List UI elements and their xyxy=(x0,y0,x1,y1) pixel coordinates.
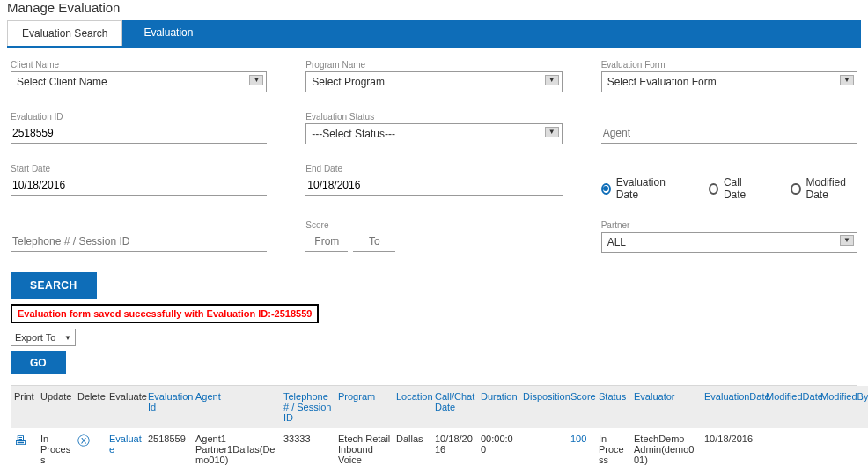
cell-modified-date xyxy=(763,428,818,466)
radio-call-date[interactable]: Call Date xyxy=(709,176,758,201)
table-header-row: Print Update Delete Evaluate Evaluation … xyxy=(11,386,868,428)
input-score-from[interactable] xyxy=(305,232,348,252)
th-evaluate[interactable]: Evaluate xyxy=(107,386,145,428)
label-start-date: Start Date xyxy=(11,164,267,174)
th-call-date[interactable]: Call/Chat Date xyxy=(432,386,478,428)
th-modified-date[interactable]: ModifiedDate xyxy=(763,386,818,428)
cell-score[interactable]: 100 xyxy=(568,428,596,466)
label-partner: Partner xyxy=(601,220,857,230)
radio-modified-date[interactable]: Modified Date xyxy=(791,176,857,201)
th-print[interactable]: Print xyxy=(11,386,38,428)
radio-icon xyxy=(601,183,611,195)
th-score[interactable]: Score xyxy=(568,386,596,428)
radio-label: Call Date xyxy=(724,176,758,201)
th-evaluation-date[interactable]: EvaluationDate xyxy=(702,386,763,428)
caret-down-icon: ▼ xyxy=(545,127,559,137)
input-end-date[interactable] xyxy=(305,175,562,196)
select-client-name[interactable]: Select Client Name ▼ xyxy=(11,71,267,92)
cell-telephone: 33333 xyxy=(281,428,335,466)
label-agent xyxy=(601,112,857,122)
cell-evaluation-id: 2518559 xyxy=(145,428,193,466)
print-icon[interactable]: 🖶 xyxy=(14,433,26,448)
th-telephone[interactable]: Telephone # / Session ID xyxy=(281,386,335,428)
cell-disposition xyxy=(520,428,568,466)
select-partner[interactable]: ALL ▼ xyxy=(601,232,857,253)
radio-label: Modified Date xyxy=(806,176,857,201)
th-evaluator[interactable]: Evaluator xyxy=(631,386,702,428)
cell-agent: Agent1 Partner1Dallas(Demo010) xyxy=(193,428,281,466)
select-partner-value: ALL xyxy=(602,233,857,252)
select-program-name-value: Select Program xyxy=(306,72,561,92)
label-evaluation-id: Evaluation ID xyxy=(11,112,267,122)
th-agent[interactable]: Agent xyxy=(193,386,281,428)
th-disposition[interactable]: Disposition xyxy=(520,386,568,428)
tab-bar-filler xyxy=(214,20,861,46)
select-program-name[interactable]: Select Program ▼ xyxy=(305,71,562,92)
th-evaluation-id[interactable]: Evaluation Id xyxy=(145,386,193,428)
input-agent[interactable] xyxy=(601,123,857,144)
select-evaluation-status[interactable]: ---Select Status--- ▼ xyxy=(305,123,562,144)
go-button[interactable]: GO xyxy=(11,351,66,374)
radio-evaluation-date[interactable]: Evaluation Date xyxy=(601,176,675,201)
label-empty xyxy=(11,220,267,230)
th-duration[interactable]: Duration xyxy=(478,386,520,428)
cell-call-date: 10/18/2016 xyxy=(432,428,478,466)
input-score-to[interactable] xyxy=(353,232,395,252)
tab-evaluation[interactable]: Evaluation xyxy=(122,20,214,46)
results-table: Print Update Delete Evaluate Evaluation … xyxy=(11,385,857,466)
table-row: 🖶 In Process ⓧ Evaluate 2518559 Agent1 P… xyxy=(11,428,868,466)
cell-evaluation-date: 10/18/2016 xyxy=(702,428,763,466)
select-evaluation-form[interactable]: Select Evaluation Form ▼ xyxy=(601,71,857,92)
select-export-to[interactable]: Export To ▼ xyxy=(11,329,76,346)
select-evaluation-form-value: Select Evaluation Form xyxy=(602,72,857,92)
delete-icon[interactable]: ⓧ xyxy=(77,433,90,448)
th-program[interactable]: Program xyxy=(335,386,394,428)
th-modified-by[interactable]: ModifiedBy xyxy=(818,386,867,428)
label-score: Score xyxy=(305,220,562,230)
caret-down-icon: ▼ xyxy=(64,334,71,342)
label-evaluation-status: Evaluation Status xyxy=(305,112,562,122)
th-status[interactable]: Status xyxy=(596,386,631,428)
cell-program: Etech Retail Inbound Voice xyxy=(335,428,394,466)
th-delete[interactable]: Delete xyxy=(75,386,107,428)
search-button[interactable]: SEARCH xyxy=(11,272,97,299)
input-evaluation-id[interactable] xyxy=(11,123,267,144)
th-update[interactable]: Update xyxy=(38,386,75,428)
page-title: Manage Evaluation xyxy=(0,0,868,17)
select-export-to-value: Export To xyxy=(15,332,55,343)
status-message: Evaluation form saved successfully with … xyxy=(11,304,319,323)
tab-bar: Evaluation Search Evaluation xyxy=(7,20,861,48)
select-client-name-value: Select Client Name xyxy=(11,72,266,92)
radio-label: Evaluation Date xyxy=(616,176,675,201)
label-end-date: End Date xyxy=(305,164,562,174)
cell-status: In Process xyxy=(596,428,631,466)
select-evaluation-status-value: ---Select Status--- xyxy=(306,124,561,144)
caret-down-icon: ▼ xyxy=(840,75,854,85)
th-location[interactable]: Location xyxy=(394,386,432,428)
cell-evaluate-link[interactable]: Evaluate xyxy=(107,428,145,466)
input-telephone-session[interactable] xyxy=(11,232,267,252)
label-program-name: Program Name xyxy=(305,60,562,70)
caret-down-icon: ▼ xyxy=(249,75,263,85)
cell-evaluator: EtechDemo Admin(demo001) xyxy=(631,428,702,466)
cell-modified-by xyxy=(818,428,867,466)
radio-icon xyxy=(709,183,718,195)
radio-icon xyxy=(791,183,800,195)
tab-evaluation-search[interactable]: Evaluation Search xyxy=(7,20,122,46)
cell-duration: 00:00:00 xyxy=(478,428,520,466)
cell-update[interactable]: In Process xyxy=(38,428,75,466)
caret-down-icon: ▼ xyxy=(545,75,559,85)
input-start-date[interactable] xyxy=(11,175,267,196)
caret-down-icon: ▼ xyxy=(840,235,854,246)
cell-location: Dallas xyxy=(394,428,432,466)
label-evaluation-form: Evaluation Form xyxy=(601,60,857,70)
label-client-name: Client Name xyxy=(11,60,267,70)
